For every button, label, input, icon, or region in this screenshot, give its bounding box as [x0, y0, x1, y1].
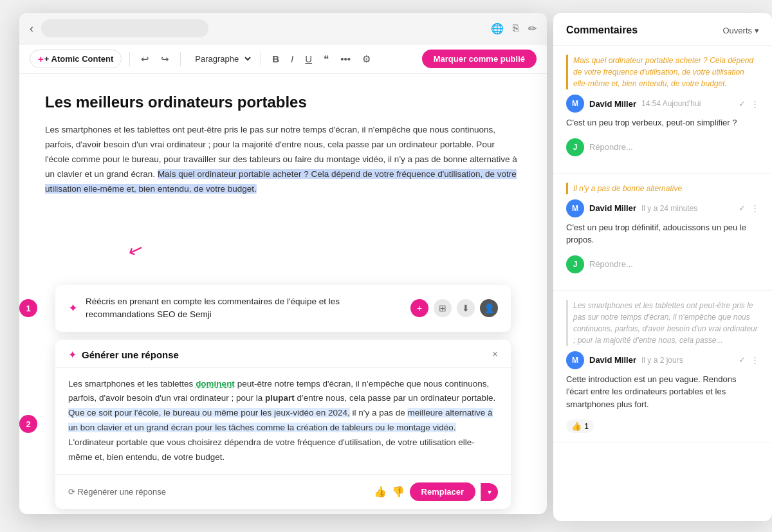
thumbup-button[interactable]: 👍 — [374, 486, 387, 498]
comment-text: Cette introduction est un peu vague. Ren… — [566, 373, 759, 411]
reply-avatar: J — [566, 138, 584, 156]
step2-close-button[interactable]: × — [492, 349, 498, 360]
browser-url-bar[interactable] — [41, 19, 208, 37]
toolbar-separator-2 — [180, 52, 181, 66]
step2-title: Générer une réponse — [82, 349, 487, 360]
comment-actions: ✓ ⋮ — [739, 203, 759, 213]
comment-time: 14:54 Aujourd'hui — [641, 99, 701, 108]
editor-toolbar: + + Atomic Content ↩ ↪ Paragraphe B I U … — [19, 44, 547, 74]
comment-quote-gray: Les smartphones et les tablettes ont peu… — [566, 300, 759, 346]
plus-icon: + — [38, 53, 44, 64]
editor-steps: 1 ✦ Réécris en prenant en compte les com… — [19, 285, 547, 509]
check-icon[interactable]: ✓ — [739, 355, 746, 365]
toolbar-separator — [129, 52, 130, 66]
comment-author: David Miller — [589, 355, 636, 365]
more-icon[interactable]: ⋮ — [751, 355, 759, 365]
reply-meta: J Répondre... — [566, 138, 759, 156]
step2-header: ✦ Générer une réponse × — [55, 340, 511, 368]
step2-text-part5: L'ordinateur portable que vous choisirez… — [68, 437, 475, 462]
more-icon[interactable]: ⋮ — [751, 203, 759, 213]
comments-title: Commentaires — [566, 24, 638, 36]
step2-text-bold1: dominent — [196, 379, 235, 389]
step1-wrapper: 1 ✦ Réécris en prenant en compte les com… — [45, 285, 521, 332]
check-icon[interactable]: ✓ — [739, 99, 746, 109]
comments-panel: Commentaires Ouverts ▾ Mais quel ordinat… — [553, 13, 772, 521]
comment-item: Les smartphones et les tablettes ont peu… — [553, 291, 772, 443]
step1-action-icons: + ⊞ ⬇ 👤 — [410, 299, 498, 317]
avatar: M — [566, 95, 584, 113]
undo-button[interactable]: ↩ — [138, 51, 152, 68]
step1-sparkle-icon: ✦ — [68, 301, 78, 315]
replace-dropdown-button[interactable]: ▾ — [481, 483, 498, 501]
browser-chrome: ‹ 🌐 ⎘ ✏ — [19, 13, 547, 44]
copy-icon[interactable]: ⎘ — [513, 23, 519, 35]
step2-sparkle-icon: ✦ — [68, 349, 77, 361]
chevron-down-icon: ▾ — [755, 26, 759, 35]
comment-meta: M David Miller Il y a 24 minutes ✓ ⋮ — [566, 199, 759, 217]
comment-author: David Miller — [589, 99, 636, 109]
comment-item: Il n'y a pas de bonne alternative M Davi… — [553, 174, 772, 291]
footer-actions: 👍 👎 Remplacer▾ — [374, 482, 498, 501]
browser-back-button[interactable]: ‹ — [30, 22, 33, 35]
reply-meta: J Répondre... — [566, 255, 759, 273]
comment-text: C'est un peu trop définitif, adoucissons… — [566, 221, 759, 246]
comment-author: David Miller — [589, 203, 636, 213]
reply-placeholder[interactable]: Répondre... — [589, 259, 633, 269]
bold-button[interactable]: B — [269, 51, 282, 67]
comment-quote: Mais quel ordinateur portable acheter ? … — [566, 55, 759, 89]
step1-image-button[interactable]: ⊞ — [434, 299, 452, 317]
italic-button[interactable]: I — [288, 51, 297, 67]
regenerate-button[interactable]: ⟳ Régénérer une réponse — [68, 487, 166, 497]
settings-button[interactable]: ⚙ — [359, 51, 374, 68]
step2-wrapper: 2 ✦ Générer une réponse × Les smartphone… — [45, 340, 521, 509]
thumbdown-button[interactable]: 👎 — [392, 486, 405, 498]
reply-input-2: J Répondre... — [566, 252, 759, 281]
browser-action-icons: 🌐 ⎘ ✏ — [491, 23, 537, 35]
comment-item: Mais quel ordinateur portable acheter ? … — [553, 46, 772, 174]
avatar: M — [566, 351, 584, 369]
more-button[interactable]: ••• — [337, 51, 354, 67]
step2-content: Les smartphones et les tablettes dominen… — [55, 368, 511, 475]
comments-filter-label: Ouverts — [722, 26, 752, 35]
comments-filter-button[interactable]: Ouverts ▾ — [722, 26, 759, 35]
comment-quote: Il n'y a pas de bonne alternative — [566, 183, 759, 194]
step1-badge: 1 — [19, 299, 37, 317]
edit-icon[interactable]: ✏ — [528, 23, 537, 35]
step1-add-button[interactable]: + — [410, 299, 428, 317]
emoji-badge: 👍 1 — [566, 419, 594, 433]
globe-icon[interactable]: 🌐 — [491, 23, 504, 35]
toolbar-separator-3 — [261, 52, 261, 66]
step2-footer: ⟳ Régénérer une réponse 👍 👎 Remplacer▾ — [55, 474, 511, 509]
paragraph-select[interactable]: Paragraphe — [188, 51, 253, 67]
check-icon[interactable]: ✓ — [739, 203, 746, 213]
arrow-indicator: ↙ — [125, 237, 147, 262]
step2-badge: 2 — [19, 415, 37, 433]
comment-time: Il y a 24 minutes — [641, 204, 697, 213]
editor-window: ‹ 🌐 ⎘ ✏ + + Atomic Content ↩ ↪ Paragraph… — [19, 13, 547, 514]
comment-actions: ✓ ⋮ — [739, 355, 759, 365]
emoji-count: 1 — [584, 421, 589, 431]
more-icon[interactable]: ⋮ — [751, 99, 759, 109]
step1-download-button[interactable]: ⬇ — [457, 299, 475, 317]
step2-text-highlighted: Que ce soit pour l'école, le bureau ou m… — [68, 408, 350, 417]
step1-text: Réécris en prenant en compte les comment… — [86, 295, 403, 322]
comment-meta: M David Miller 14:54 Aujourd'hui ✓ ⋮ — [566, 95, 759, 113]
avatar: M — [566, 199, 584, 217]
step2-text-part1: Les smartphones et les tablettes — [68, 379, 196, 389]
atomic-content-button[interactable]: + + Atomic Content — [30, 50, 122, 68]
reply-avatar: J — [566, 255, 584, 273]
comment-meta: M David Miller Il y a 2 jours ✓ ⋮ — [566, 351, 759, 369]
step2-box: ✦ Générer une réponse × Les smartphones … — [55, 340, 511, 509]
reply-placeholder[interactable]: Répondre... — [589, 142, 633, 152]
reply-input: J Répondre... — [566, 134, 759, 164]
publish-button[interactable]: Marquer comme publié — [422, 50, 537, 68]
step1-person-button[interactable]: 👤 — [480, 299, 498, 317]
editor-content: Les meilleurs ordinateurs portables Les … — [19, 74, 547, 280]
underline-button[interactable]: U — [302, 51, 315, 67]
emoji-icon: 👍 — [571, 421, 582, 431]
step1-box: ✦ Réécris en prenant en compte les comme… — [55, 285, 511, 332]
replace-button[interactable]: Remplacer — [410, 482, 475, 501]
redo-button[interactable]: ↪ — [158, 51, 172, 68]
quote-button[interactable]: ❝ — [320, 51, 332, 68]
editor-body[interactable]: Les smartphones et les tablettes ont peu… — [45, 123, 521, 197]
